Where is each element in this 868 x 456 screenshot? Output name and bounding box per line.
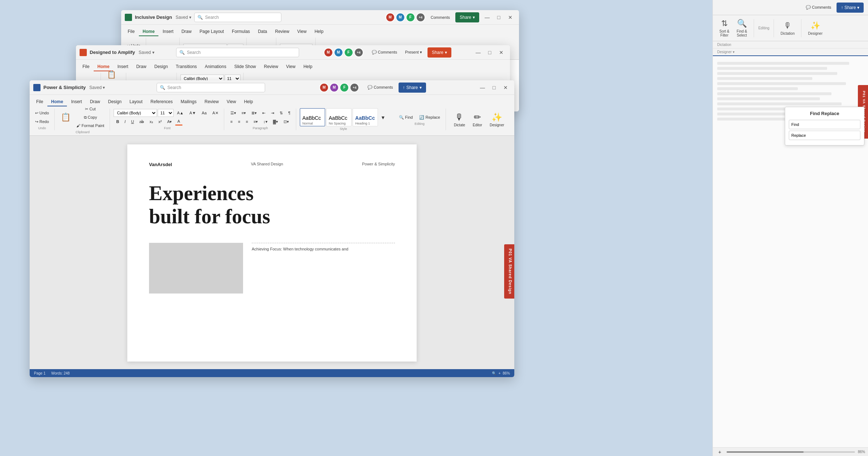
rp-find-select-btn[interactable]: 🔍 Find & Select (735, 17, 749, 39)
word-font-grow-btn[interactable]: A▲ (174, 109, 186, 117)
word-share-btn[interactable]: ↑ Share ▾ (399, 83, 426, 93)
rp-zoom-slider[interactable] (727, 451, 855, 453)
word-font-shrink-btn[interactable]: A▼ (187, 109, 199, 117)
word-undo-btn[interactable]: ↩ Undo (33, 109, 51, 117)
word-font-color-btn[interactable]: A (175, 118, 183, 126)
rp-dictation-btn[interactable]: 🎙 Dictation (778, 20, 797, 37)
word-underline-btn[interactable]: U (128, 118, 136, 126)
word-designer-btn[interactable]: ✨ Designer (487, 111, 507, 128)
word-tab-layout[interactable]: Layout (126, 98, 146, 106)
excel-tab-review[interactable]: Review (271, 28, 293, 36)
word-window[interactable]: Power & Simplicity Saved ▾ 🔍 Search M M … (30, 80, 514, 377)
word-numbering-btn[interactable]: ≡▾ (239, 109, 248, 117)
rp-share-btn[interactable]: ↑ Share ▾ (837, 3, 864, 13)
word-minimize-btn[interactable]: — (477, 84, 488, 92)
word-paste-btn[interactable]: 📋 (58, 110, 73, 124)
word-strikethrough-btn[interactable]: ab̶ (137, 118, 146, 126)
word-comments-btn[interactable]: 💬 Comments (365, 84, 395, 92)
word-bullets-btn[interactable]: ☰▾ (228, 109, 239, 117)
ppt-tab-help[interactable]: Help (300, 63, 316, 71)
ppt-comments-btn[interactable]: 💬 Comments (369, 48, 400, 56)
ppt-tab-slideshow[interactable]: Slide Show (231, 63, 260, 71)
word-styles-more-btn[interactable]: ▾ (379, 108, 387, 126)
word-align-right-btn[interactable]: ≡ (243, 118, 251, 126)
word-show-marks-btn[interactable]: ¶ (286, 109, 293, 117)
word-indent-dec-btn[interactable]: ⇤ (260, 109, 268, 117)
word-tab-design[interactable]: Design (105, 98, 125, 106)
ppt-tab-view[interactable]: View (282, 63, 299, 71)
word-indent-inc-btn[interactable]: ⇥ (268, 109, 277, 117)
ppt-share-btn[interactable]: Share ▾ (427, 47, 451, 58)
find-replace-replace-btn[interactable]: Replace (789, 131, 860, 140)
word-style-normal[interactable]: AaBbCc Normal (300, 108, 325, 126)
word-line-spacing-btn[interactable]: ↕▾ (261, 118, 270, 126)
word-format-paint-btn[interactable]: 🖌 Format Paint (74, 122, 107, 130)
word-tab-mailings[interactable]: Mailings (177, 98, 200, 106)
word-align-center-btn[interactable]: ≡ (235, 118, 243, 126)
word-font-size[interactable]: 11 (158, 109, 174, 117)
ppt-tab-draw[interactable]: Draw (133, 63, 150, 71)
word-style-heading1[interactable]: AaBbCc Heading 1 (353, 108, 378, 126)
ppt-paste-btn[interactable]: 📋 (105, 70, 119, 79)
ppt-minimize-btn[interactable]: — (473, 48, 483, 56)
word-tab-review[interactable]: Review (201, 98, 222, 106)
ppt-maximize-btn[interactable]: □ (485, 48, 495, 56)
rp-designer-btn[interactable]: ✨ Designer (806, 20, 825, 37)
word-style-no-spacing[interactable]: AaBbCc No Spacing (326, 108, 352, 126)
excel-comments-btn[interactable]: Comments (428, 13, 452, 21)
word-bold-btn[interactable]: B (114, 118, 122, 126)
excel-tab-file[interactable]: File (124, 28, 138, 36)
word-shading-btn[interactable]: ▓▾ (271, 118, 281, 126)
word-sup-btn[interactable]: x² (156, 118, 164, 126)
ppt-close-btn[interactable]: ✕ (496, 48, 506, 56)
excel-tab-pagelayout[interactable]: Page Layout (196, 28, 227, 36)
word-align-left-btn[interactable]: ≡ (228, 118, 235, 126)
excel-tab-formulas[interactable]: Formulas (228, 28, 254, 36)
word-multilevel-btn[interactable]: ≣▾ (249, 109, 259, 117)
excel-tab-insert[interactable]: Insert (159, 28, 177, 36)
excel-maximize-btn[interactable]: □ (494, 13, 504, 21)
excel-minimize-btn[interactable]: — (482, 13, 492, 21)
excel-share-btn[interactable]: Share ▾ (455, 12, 479, 22)
find-replace-find-btn[interactable]: Find (789, 120, 860, 129)
excel-tab-view[interactable]: View (294, 28, 310, 36)
word-cut-btn[interactable]: ✂ Cut (74, 105, 107, 113)
ppt-tab-transitions[interactable]: Transitions (172, 63, 200, 71)
word-tab-help[interactable]: Help (241, 98, 257, 106)
word-font-case-btn[interactable]: Aa (199, 109, 209, 117)
word-tab-file[interactable]: File (33, 98, 47, 106)
excel-collabs: M M F +4 (386, 13, 425, 22)
ppt-tab-review[interactable]: Review (260, 63, 282, 71)
word-tab-view[interactable]: View (223, 98, 240, 106)
word-find-btn[interactable]: 🔍 Find (396, 113, 415, 121)
word-sort-btn[interactable]: ⇅ (277, 109, 285, 117)
ppt-tab-design[interactable]: Design (151, 63, 171, 71)
ppt-tab-file[interactable]: File (79, 63, 93, 71)
excel-close-btn[interactable]: ✕ (505, 13, 515, 21)
excel-tab-help[interactable]: Help (311, 28, 327, 36)
word-dictate-btn[interactable]: 🎙 Dictate (451, 111, 468, 128)
word-tab-references[interactable]: References (147, 98, 176, 106)
word-maximize-btn[interactable]: □ (489, 84, 499, 92)
excel-tab-data[interactable]: Data (254, 28, 271, 36)
word-copy-btn[interactable]: ⧉ Copy (74, 113, 107, 121)
word-highlight-btn[interactable]: A▾ (165, 118, 174, 126)
ppt-present-btn[interactable]: Present ▾ (403, 48, 425, 56)
ppt-tab-animations[interactable]: Animations (201, 63, 230, 71)
word-border-btn[interactable]: ⊡▾ (281, 118, 292, 126)
word-redo-btn[interactable]: ↪ Redo (33, 118, 51, 126)
rp-comments-btn[interactable]: 💬 Comments (803, 4, 834, 12)
word-font-select[interactable]: Calibri (Body) (114, 109, 157, 117)
rp-sort-filter-btn[interactable]: ⇅ Sort & Filter (717, 17, 732, 39)
rp-zoom-in-btn[interactable]: + (716, 448, 724, 456)
word-clear-format-btn[interactable]: A✕ (210, 109, 221, 117)
word-sub-btn[interactable]: x₂ (147, 118, 156, 126)
word-close-btn[interactable]: ✕ (501, 84, 511, 92)
excel-tab-home[interactable]: Home (139, 28, 158, 36)
word-align-justify-btn[interactable]: ≡▾ (251, 118, 260, 126)
excel-tab-draw[interactable]: Draw (178, 28, 195, 36)
va-side-tab[interactable]: P01 VA Shared Design (504, 244, 514, 299)
word-replace-btn[interactable]: 🔄 Replace (417, 113, 442, 121)
word-italic-btn[interactable]: I (122, 118, 128, 126)
word-editor-btn[interactable]: ✏ Editor (469, 111, 485, 128)
